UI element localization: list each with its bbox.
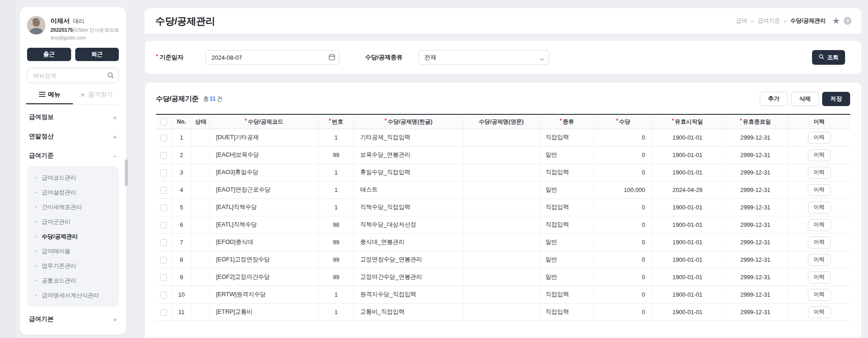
cell-start-date[interactable]: 1900-01-01 [652, 129, 723, 146]
sidebar-item-paysetting[interactable]: 급여설정관리 [27, 185, 119, 200]
cell-name-en[interactable] [463, 181, 540, 199]
cell-kind[interactable]: 일반 [540, 251, 595, 269]
menu-search-input[interactable] [27, 68, 119, 83]
cell-start-date[interactable]: 1900-01-01 [652, 146, 723, 164]
breadcrumb-item[interactable]: 급여 [736, 17, 747, 25]
history-button[interactable]: 이력 [808, 132, 831, 144]
cell-code[interactable]: [EACH]보육수당 [210, 146, 318, 164]
cell-name-kr[interactable]: 고정연장수당_연봉관리 [354, 251, 463, 269]
sidebar-item-payslip-formula[interactable]: 급여명세서계산식관리 [27, 288, 119, 303]
cell-amount[interactable]: 0 [595, 234, 652, 251]
cell-name-en[interactable] [463, 146, 540, 164]
cell-code[interactable]: [EFOD]중식대 [210, 234, 318, 251]
history-button[interactable]: 이력 [808, 149, 831, 161]
save-button[interactable]: 저장 [822, 92, 850, 106]
history-button[interactable]: 이력 [808, 219, 831, 231]
history-button[interactable]: 이력 [808, 289, 831, 301]
cell-amount[interactable]: 100,000 [595, 181, 652, 199]
type-select[interactable]: 전체 [418, 50, 549, 65]
cell-start-date[interactable]: 1900-01-01 [652, 286, 723, 304]
cell-end-date[interactable]: 2999-12-31 [723, 199, 788, 216]
cell-name-kr[interactable]: 직책수당_대상자선정 [354, 216, 463, 234]
cell-kind[interactable]: 일반 [540, 269, 595, 286]
history-button[interactable]: 이력 [808, 184, 831, 196]
cell-seq[interactable]: 1 [318, 199, 354, 216]
cell-code[interactable]: [ERTW]원격지수당 [210, 286, 318, 304]
base-date-input[interactable] [206, 50, 339, 65]
cell-kind[interactable]: 직접입력 [540, 216, 595, 234]
sidebar-item-paycode[interactable]: 급여코드관리 [27, 170, 119, 185]
nav-group-payinfo[interactable]: 급여정보 + [27, 107, 119, 127]
delete-button[interactable]: 삭제 [791, 92, 819, 106]
history-button[interactable]: 이력 [808, 167, 831, 179]
cell-amount[interactable]: 0 [595, 199, 652, 216]
cell-name-kr[interactable]: 테스트 [354, 181, 463, 199]
cell-code[interactable]: [EOF2]고정야간수당 [210, 269, 318, 286]
add-button[interactable]: 추가 [760, 92, 788, 106]
row-checkbox[interactable] [160, 204, 167, 211]
sidebar-item-workstandard[interactable]: 업무기준관리 [27, 259, 119, 273]
cell-amount[interactable]: 0 [595, 146, 652, 164]
cell-name-kr[interactable]: 고정야간수당_연봉관리 [354, 269, 463, 286]
nav-group-yearend[interactable]: 연말정산 + [27, 127, 119, 146]
sidebar-item-paytable[interactable]: 급여테이블 [27, 244, 119, 259]
row-checkbox[interactable] [160, 239, 167, 246]
favorite-star-icon[interactable]: ★ [832, 16, 840, 26]
cell-end-date[interactable]: 2999-12-31 [723, 304, 788, 321]
cell-name-kr[interactable]: 보육수당_연봉관리 [354, 146, 463, 164]
cell-seq[interactable]: 1 [318, 286, 354, 304]
cell-code[interactable]: [ETRP]교통비 [210, 304, 318, 321]
history-button[interactable]: 이력 [808, 306, 831, 318]
nav-group-paystandard[interactable]: 급여기준 − [27, 146, 119, 165]
cell-start-date[interactable]: 1900-01-01 [652, 216, 723, 234]
cell-name-en[interactable] [463, 286, 540, 304]
cell-amount[interactable]: 0 [595, 286, 652, 304]
cell-code[interactable]: [DUET]기타공제 [210, 129, 318, 146]
cell-name-en[interactable] [463, 269, 540, 286]
cell-name-en[interactable] [463, 251, 540, 269]
cell-end-date[interactable]: 2999-12-31 [723, 269, 788, 286]
select-all-checkbox[interactable] [160, 118, 167, 125]
cell-seq[interactable]: 1 [318, 129, 354, 146]
cell-start-date[interactable]: 1900-01-01 [652, 199, 723, 216]
cell-kind[interactable]: 직접입력 [540, 304, 595, 321]
cell-end-date[interactable]: 2999-12-31 [723, 216, 788, 234]
cell-name-kr[interactable]: 중식대_연봉관리 [354, 234, 463, 251]
cell-name-en[interactable] [463, 216, 540, 234]
row-checkbox[interactable] [160, 292, 167, 299]
cell-seq[interactable]: 1 [318, 304, 354, 321]
cell-amount[interactable]: 0 [595, 129, 652, 146]
row-checkbox[interactable] [160, 169, 167, 176]
cell-kind[interactable]: 직접입력 [540, 199, 595, 216]
cell-end-date[interactable]: 2999-12-31 [723, 146, 788, 164]
help-icon[interactable]: ? [844, 17, 851, 25]
row-checkbox[interactable] [160, 222, 167, 229]
cell-end-date[interactable]: 2999-12-31 [723, 286, 788, 304]
row-checkbox[interactable] [160, 152, 167, 159]
cell-end-date[interactable]: 2999-12-31 [723, 251, 788, 269]
cell-start-date[interactable]: 1900-01-01 [652, 251, 723, 269]
history-button[interactable]: 이력 [808, 254, 831, 266]
cell-name-en[interactable] [463, 164, 540, 181]
cell-name-kr[interactable]: 기타공제_직접입력 [354, 129, 463, 146]
clock-in-button[interactable]: 출근 [27, 48, 71, 61]
cell-amount[interactable]: 0 [595, 251, 652, 269]
cell-name-kr[interactable]: 휴일수당_직접입력 [354, 164, 463, 181]
cell-start-date[interactable]: 1900-01-01 [652, 304, 723, 321]
cell-name-en[interactable] [463, 199, 540, 216]
cell-code[interactable]: [EATL]직책수당 [210, 199, 318, 216]
cell-end-date[interactable]: 2999-12-31 [723, 234, 788, 251]
sidebar-scrollbar[interactable] [125, 159, 128, 186]
cell-seq[interactable]: 1 [318, 181, 354, 199]
nav-group-paybasic[interactable]: 급여기본 + [27, 310, 119, 329]
cell-kind[interactable]: 일반 [540, 234, 595, 251]
cell-kind[interactable]: 일반 [540, 146, 595, 164]
breadcrumb-item[interactable]: 급여기준 [757, 17, 780, 25]
cell-name-kr[interactable]: 직책수당_직접입력 [354, 199, 463, 216]
history-button[interactable]: 이력 [808, 202, 831, 214]
cell-code[interactable]: [EATL]직책수당 [210, 216, 318, 234]
cell-amount[interactable]: 0 [595, 269, 652, 286]
cell-seq[interactable]: 99 [318, 146, 354, 164]
history-button[interactable]: 이력 [808, 271, 831, 283]
sidebar-item-commoncode[interactable]: 공통코드관리 [27, 273, 119, 288]
